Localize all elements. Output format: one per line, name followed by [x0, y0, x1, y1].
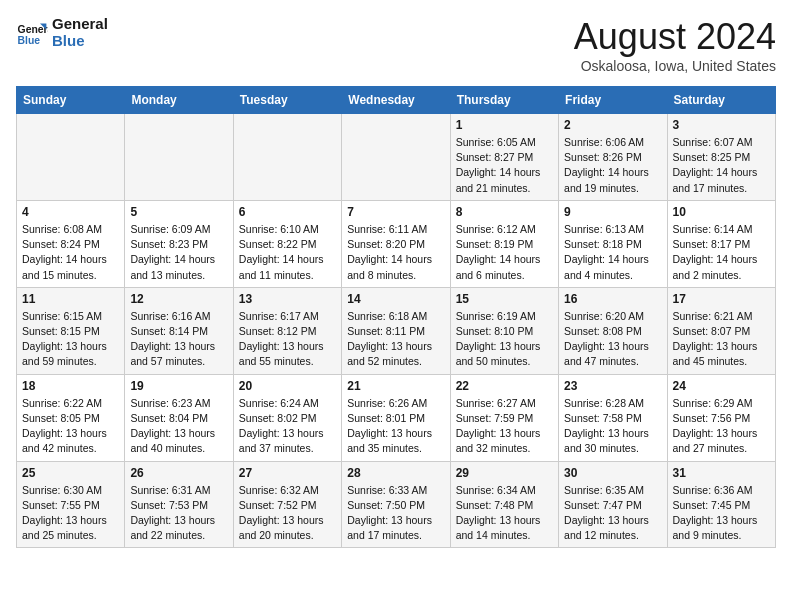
calendar-cell: 1Sunrise: 6:05 AMSunset: 8:27 PMDaylight…: [450, 114, 558, 201]
calendar-cell: 6Sunrise: 6:10 AMSunset: 8:22 PMDaylight…: [233, 200, 341, 287]
calendar-cell: 8Sunrise: 6:12 AMSunset: 8:19 PMDaylight…: [450, 200, 558, 287]
day-of-week-wednesday: Wednesday: [342, 87, 450, 114]
day-number: 29: [456, 466, 553, 480]
calendar-cell: 11Sunrise: 6:15 AMSunset: 8:15 PMDayligh…: [17, 287, 125, 374]
calendar-cell: 22Sunrise: 6:27 AMSunset: 7:59 PMDayligh…: [450, 374, 558, 461]
day-info: Sunrise: 6:18 AMSunset: 8:11 PMDaylight:…: [347, 309, 444, 370]
calendar-cell: 9Sunrise: 6:13 AMSunset: 8:18 PMDaylight…: [559, 200, 667, 287]
logo-icon: General Blue: [16, 17, 48, 49]
calendar-cell: [233, 114, 341, 201]
day-info: Sunrise: 6:17 AMSunset: 8:12 PMDaylight:…: [239, 309, 336, 370]
day-number: 14: [347, 292, 444, 306]
day-info: Sunrise: 6:23 AMSunset: 8:04 PMDaylight:…: [130, 396, 227, 457]
calendar-cell: 26Sunrise: 6:31 AMSunset: 7:53 PMDayligh…: [125, 461, 233, 548]
calendar-cell: 25Sunrise: 6:30 AMSunset: 7:55 PMDayligh…: [17, 461, 125, 548]
location-text: Oskaloosa, Iowa, United States: [574, 58, 776, 74]
day-info: Sunrise: 6:10 AMSunset: 8:22 PMDaylight:…: [239, 222, 336, 283]
day-info: Sunrise: 6:22 AMSunset: 8:05 PMDaylight:…: [22, 396, 119, 457]
day-info: Sunrise: 6:35 AMSunset: 7:47 PMDaylight:…: [564, 483, 661, 544]
day-of-week-friday: Friday: [559, 87, 667, 114]
day-number: 16: [564, 292, 661, 306]
day-number: 22: [456, 379, 553, 393]
calendar-cell: 3Sunrise: 6:07 AMSunset: 8:25 PMDaylight…: [667, 114, 775, 201]
calendar-cell: [342, 114, 450, 201]
day-info: Sunrise: 6:30 AMSunset: 7:55 PMDaylight:…: [22, 483, 119, 544]
day-number: 2: [564, 118, 661, 132]
calendar-cell: 7Sunrise: 6:11 AMSunset: 8:20 PMDaylight…: [342, 200, 450, 287]
day-number: 30: [564, 466, 661, 480]
day-info: Sunrise: 6:28 AMSunset: 7:58 PMDaylight:…: [564, 396, 661, 457]
day-info: Sunrise: 6:13 AMSunset: 8:18 PMDaylight:…: [564, 222, 661, 283]
day-info: Sunrise: 6:33 AMSunset: 7:50 PMDaylight:…: [347, 483, 444, 544]
day-number: 8: [456, 205, 553, 219]
day-info: Sunrise: 6:08 AMSunset: 8:24 PMDaylight:…: [22, 222, 119, 283]
day-number: 20: [239, 379, 336, 393]
day-of-week-thursday: Thursday: [450, 87, 558, 114]
calendar-cell: 4Sunrise: 6:08 AMSunset: 8:24 PMDaylight…: [17, 200, 125, 287]
day-of-week-tuesday: Tuesday: [233, 87, 341, 114]
day-number: 4: [22, 205, 119, 219]
calendar-cell: 13Sunrise: 6:17 AMSunset: 8:12 PMDayligh…: [233, 287, 341, 374]
calendar-cell: 19Sunrise: 6:23 AMSunset: 8:04 PMDayligh…: [125, 374, 233, 461]
day-number: 7: [347, 205, 444, 219]
calendar-cell: 12Sunrise: 6:16 AMSunset: 8:14 PMDayligh…: [125, 287, 233, 374]
title-block: August 2024 Oskaloosa, Iowa, United Stat…: [574, 16, 776, 74]
day-info: Sunrise: 6:34 AMSunset: 7:48 PMDaylight:…: [456, 483, 553, 544]
day-info: Sunrise: 6:09 AMSunset: 8:23 PMDaylight:…: [130, 222, 227, 283]
day-number: 10: [673, 205, 770, 219]
day-info: Sunrise: 6:12 AMSunset: 8:19 PMDaylight:…: [456, 222, 553, 283]
svg-text:Blue: Blue: [18, 35, 41, 46]
day-number: 18: [22, 379, 119, 393]
calendar-cell: 23Sunrise: 6:28 AMSunset: 7:58 PMDayligh…: [559, 374, 667, 461]
day-number: 19: [130, 379, 227, 393]
day-number: 25: [22, 466, 119, 480]
day-number: 15: [456, 292, 553, 306]
calendar-cell: 21Sunrise: 6:26 AMSunset: 8:01 PMDayligh…: [342, 374, 450, 461]
day-info: Sunrise: 6:31 AMSunset: 7:53 PMDaylight:…: [130, 483, 227, 544]
day-number: 26: [130, 466, 227, 480]
month-title: August 2024: [574, 16, 776, 58]
logo: General Blue General Blue: [16, 16, 108, 49]
day-number: 11: [22, 292, 119, 306]
calendar-cell: 15Sunrise: 6:19 AMSunset: 8:10 PMDayligh…: [450, 287, 558, 374]
calendar-cell: 10Sunrise: 6:14 AMSunset: 8:17 PMDayligh…: [667, 200, 775, 287]
day-number: 23: [564, 379, 661, 393]
day-number: 28: [347, 466, 444, 480]
day-of-week-sunday: Sunday: [17, 87, 125, 114]
day-info: Sunrise: 6:27 AMSunset: 7:59 PMDaylight:…: [456, 396, 553, 457]
day-number: 21: [347, 379, 444, 393]
day-number: 27: [239, 466, 336, 480]
day-info: Sunrise: 6:24 AMSunset: 8:02 PMDaylight:…: [239, 396, 336, 457]
calendar-cell: 17Sunrise: 6:21 AMSunset: 8:07 PMDayligh…: [667, 287, 775, 374]
day-number: 24: [673, 379, 770, 393]
logo-text-blue: Blue: [52, 33, 108, 50]
calendar-cell: 27Sunrise: 6:32 AMSunset: 7:52 PMDayligh…: [233, 461, 341, 548]
day-info: Sunrise: 6:06 AMSunset: 8:26 PMDaylight:…: [564, 135, 661, 196]
day-info: Sunrise: 6:29 AMSunset: 7:56 PMDaylight:…: [673, 396, 770, 457]
day-info: Sunrise: 6:21 AMSunset: 8:07 PMDaylight:…: [673, 309, 770, 370]
day-info: Sunrise: 6:36 AMSunset: 7:45 PMDaylight:…: [673, 483, 770, 544]
calendar-cell: 20Sunrise: 6:24 AMSunset: 8:02 PMDayligh…: [233, 374, 341, 461]
calendar-cell: 16Sunrise: 6:20 AMSunset: 8:08 PMDayligh…: [559, 287, 667, 374]
day-info: Sunrise: 6:11 AMSunset: 8:20 PMDaylight:…: [347, 222, 444, 283]
day-number: 31: [673, 466, 770, 480]
calendar-cell: 24Sunrise: 6:29 AMSunset: 7:56 PMDayligh…: [667, 374, 775, 461]
calendar-cell: 18Sunrise: 6:22 AMSunset: 8:05 PMDayligh…: [17, 374, 125, 461]
calendar-cell: 2Sunrise: 6:06 AMSunset: 8:26 PMDaylight…: [559, 114, 667, 201]
day-info: Sunrise: 6:16 AMSunset: 8:14 PMDaylight:…: [130, 309, 227, 370]
calendar-cell: 5Sunrise: 6:09 AMSunset: 8:23 PMDaylight…: [125, 200, 233, 287]
day-info: Sunrise: 6:15 AMSunset: 8:15 PMDaylight:…: [22, 309, 119, 370]
calendar-table: SundayMondayTuesdayWednesdayThursdayFrid…: [16, 86, 776, 548]
day-info: Sunrise: 6:32 AMSunset: 7:52 PMDaylight:…: [239, 483, 336, 544]
calendar-cell: [125, 114, 233, 201]
calendar-cell: 14Sunrise: 6:18 AMSunset: 8:11 PMDayligh…: [342, 287, 450, 374]
day-of-week-monday: Monday: [125, 87, 233, 114]
day-info: Sunrise: 6:26 AMSunset: 8:01 PMDaylight:…: [347, 396, 444, 457]
day-number: 3: [673, 118, 770, 132]
day-of-week-saturday: Saturday: [667, 87, 775, 114]
calendar-cell: 30Sunrise: 6:35 AMSunset: 7:47 PMDayligh…: [559, 461, 667, 548]
day-number: 5: [130, 205, 227, 219]
day-number: 1: [456, 118, 553, 132]
day-info: Sunrise: 6:20 AMSunset: 8:08 PMDaylight:…: [564, 309, 661, 370]
day-number: 12: [130, 292, 227, 306]
